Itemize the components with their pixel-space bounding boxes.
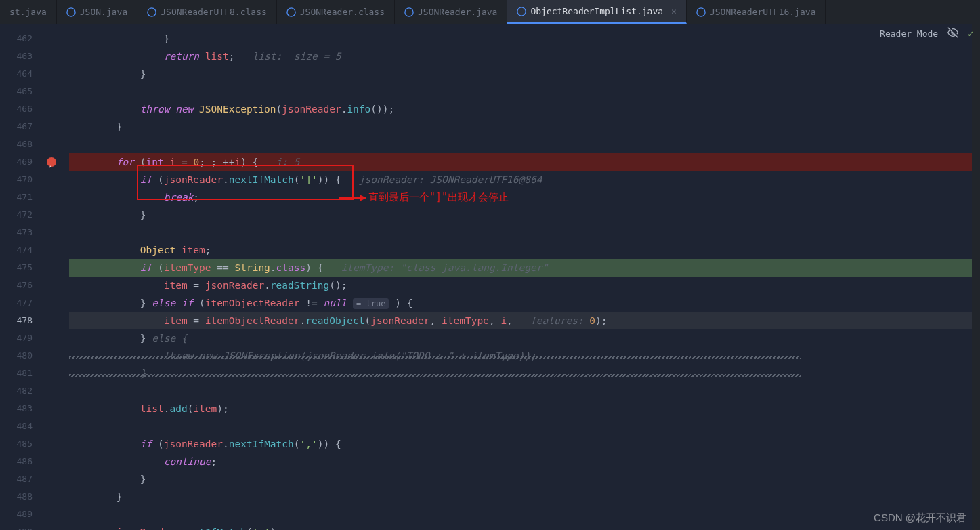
java-icon bbox=[66, 7, 76, 17]
svg-point-4 bbox=[517, 7, 526, 15]
java-icon bbox=[286, 7, 296, 17]
close-icon[interactable]: × bbox=[671, 6, 677, 16]
line-number-gutter: 462 463 464 465 466 467 468 469 470 471 … bbox=[0, 24, 34, 530]
check-icon[interactable]: ✓ bbox=[968, 28, 973, 39]
svg-point-3 bbox=[405, 7, 413, 16]
java-icon bbox=[696, 7, 706, 17]
editor-tabs: st.java JSON.java JSONReaderUTF8.class J… bbox=[0, 0, 980, 24]
squiggle-underline bbox=[69, 374, 801, 377]
reader-mode-label[interactable]: Reader Mode bbox=[880, 28, 938, 39]
annotation-text: 直到最后一个"]"出现才会停止 bbox=[368, 191, 509, 204]
svg-point-5 bbox=[697, 7, 705, 16]
breakpoint-gutter[interactable] bbox=[34, 24, 69, 530]
annotation-arrow: 直到最后一个"]"出现才会停止 bbox=[339, 191, 509, 204]
svg-point-2 bbox=[287, 7, 295, 16]
tab-jsonreaderutf8[interactable]: JSONReaderUTF8.class bbox=[137, 0, 277, 24]
tab-jsonreader-java[interactable]: JSONReader.java bbox=[395, 0, 507, 24]
java-icon bbox=[404, 7, 414, 17]
java-icon bbox=[147, 7, 156, 17]
vertical-scrollbar[interactable] bbox=[972, 24, 980, 530]
tab-st-java[interactable]: st.java bbox=[0, 0, 57, 24]
editor-toolbar: Reader Mode ✓ bbox=[880, 27, 973, 40]
tab-objectreaderimpllist[interactable]: ObjectReaderImplList.java × bbox=[507, 0, 687, 24]
squiggle-underline bbox=[69, 356, 801, 359]
editor[interactable]: 462 463 464 465 466 467 468 469 470 471 … bbox=[0, 24, 980, 530]
svg-point-0 bbox=[67, 7, 75, 16]
tab-json-java[interactable]: JSON.java bbox=[57, 0, 137, 24]
visibility-off-icon[interactable] bbox=[947, 27, 958, 40]
code-content[interactable]: } return list; list: size = 5 } throw ne… bbox=[69, 24, 980, 530]
breakpoint-icon[interactable] bbox=[47, 157, 56, 167]
tab-jsonreader-class[interactable]: JSONReader.class bbox=[277, 0, 395, 24]
watermark: CSDN @花开不识君 bbox=[874, 512, 966, 525]
svg-point-1 bbox=[148, 7, 156, 16]
tab-jsonreaderutf16[interactable]: JSONReaderUTF16.java bbox=[687, 0, 826, 24]
java-icon bbox=[517, 7, 526, 16]
